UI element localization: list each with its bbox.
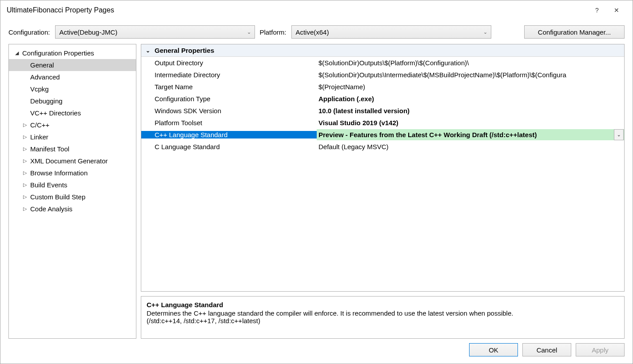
property-value[interactable]: 10.0 (latest installed version) — [317, 107, 624, 115]
dropdown-icon[interactable]: ⌄ — [614, 129, 624, 140]
grid-group-header[interactable]: ⌄ General Properties — [141, 44, 624, 57]
apply-button[interactable]: Apply — [576, 343, 625, 356]
tree-item[interactable]: ▷Browse Information — [9, 167, 136, 179]
property-name: Windows SDK Version — [141, 107, 317, 115]
platform-combo[interactable]: Active(x64) ⌄ — [291, 25, 491, 39]
property-name: C Language Standard — [141, 143, 317, 150]
tree-item[interactable]: ▷Debugging — [9, 95, 136, 107]
platform-label: Platform: — [259, 28, 286, 36]
tree-item-label: Manifest Tool — [28, 145, 69, 153]
description-line: Determines the C++ language standard the… — [147, 309, 619, 317]
tree-item-label: Vcpkg — [28, 85, 49, 93]
tree-item-label: Browse Information — [28, 169, 88, 177]
chevron-down-icon: ⌄ — [247, 29, 251, 35]
window-title: UltimateFibonacci Property Pages — [7, 6, 587, 14]
expand-icon[interactable]: ▷ — [21, 146, 28, 152]
tree-item-label: Linker — [28, 133, 48, 141]
tree-item[interactable]: ▷Build Events — [9, 179, 136, 191]
tree-item-label: General — [28, 61, 54, 69]
tree-item-label: Debugging — [28, 97, 63, 105]
description-line: (/std:c++14, /std:c++17, /std:c++latest) — [147, 317, 619, 324]
nav-tree[interactable]: ◢ Configuration Properties ▷General▷Adva… — [8, 44, 136, 339]
property-row[interactable]: Output Directory$(SolutionDir)Outputs\$(… — [141, 57, 624, 69]
description-panel: C++ Language Standard Determines the C++… — [141, 296, 625, 339]
tree-item[interactable]: ▷Advanced — [9, 71, 136, 83]
tree-item-label: Advanced — [28, 73, 60, 81]
tree-item[interactable]: ▷Custom Build Step — [9, 191, 136, 203]
configuration-label: Configuration: — [8, 28, 50, 36]
property-row[interactable]: C Language StandardDefault (Legacy MSVC) — [141, 141, 624, 153]
property-row[interactable]: Intermediate Directory$(SolutionDir)Outp… — [141, 69, 624, 81]
tree-item[interactable]: ▷Vcpkg — [9, 83, 136, 95]
tree-item-label: XML Document Generator — [28, 157, 108, 165]
property-row[interactable]: C++ Language StandardPreview - Features … — [141, 129, 624, 141]
help-icon[interactable]: ? — [587, 7, 607, 14]
property-value[interactable]: $(SolutionDir)Outputs\$(Platform)\$(Conf… — [317, 59, 624, 67]
tree-item[interactable]: ▷VC++ Directories — [9, 107, 136, 119]
configuration-value: Active(Debug-JMC) — [59, 28, 117, 36]
tree-item[interactable]: ▷XML Document Generator — [9, 155, 136, 167]
property-grid: ⌄ General Properties Output Directory$(S… — [141, 44, 625, 292]
property-name: Output Directory — [141, 59, 317, 67]
property-value[interactable]: Default (Legacy MSVC) — [317, 143, 624, 150]
expand-icon[interactable]: ▷ — [21, 122, 28, 128]
property-value[interactable]: Visual Studio 2019 (v142) — [317, 119, 624, 127]
tree-item[interactable]: ▷Linker — [9, 131, 136, 143]
ok-button[interactable]: OK — [469, 343, 518, 356]
expand-icon[interactable]: ▷ — [21, 158, 28, 164]
close-icon[interactable]: ✕ — [607, 7, 626, 14]
tree-item[interactable]: ▷Code Analysis — [9, 203, 136, 215]
config-toolbar: Configuration: Active(Debug-JMC) ⌄ Platf… — [0, 20, 633, 44]
tree-root[interactable]: ◢ Configuration Properties — [9, 47, 136, 59]
property-name: Platform Toolset — [141, 119, 317, 127]
chevron-down-icon: ⌄ — [483, 29, 487, 35]
property-name: Configuration Type — [141, 95, 317, 103]
titlebar: UltimateFibonacci Property Pages ? ✕ — [0, 0, 633, 20]
expand-icon[interactable]: ▷ — [21, 134, 28, 140]
tree-item[interactable]: ▷Manifest Tool — [9, 143, 136, 155]
property-name: Target Name — [141, 83, 317, 91]
property-row[interactable]: Platform ToolsetVisual Studio 2019 (v142… — [141, 117, 624, 129]
tree-item-label: C/C++ — [28, 121, 49, 129]
property-value[interactable]: Application (.exe) — [317, 95, 624, 103]
tree-item[interactable]: ▷General — [9, 59, 136, 71]
property-row[interactable]: Configuration TypeApplication (.exe) — [141, 93, 624, 105]
configuration-combo[interactable]: Active(Debug-JMC) ⌄ — [55, 25, 255, 39]
collapse-icon[interactable]: ◢ — [13, 50, 20, 56]
property-pages-dialog: UltimateFibonacci Property Pages ? ✕ Con… — [0, 0, 633, 364]
dialog-footer: OK Cancel Apply — [0, 343, 633, 364]
tree-item-label: VC++ Directories — [28, 109, 81, 117]
tree-item-label: Custom Build Step — [28, 193, 85, 201]
cancel-button[interactable]: Cancel — [522, 343, 571, 356]
tree-item[interactable]: ▷C/C++ — [9, 119, 136, 131]
expand-icon[interactable]: ▷ — [21, 182, 28, 188]
expand-icon[interactable]: ▷ — [21, 206, 28, 212]
configuration-manager-button[interactable]: Configuration Manager... — [524, 25, 625, 39]
expand-icon[interactable]: ▷ — [21, 194, 28, 200]
property-name: C++ Language Standard — [141, 131, 317, 138]
property-row[interactable]: Target Name$(ProjectName) — [141, 81, 624, 93]
tree-item-label: Code Analysis — [28, 205, 72, 213]
property-value[interactable]: $(SolutionDir)Outputs\Intermediate\$(MSB… — [317, 71, 624, 79]
chevron-down-icon: ⌄ — [141, 47, 155, 54]
property-value[interactable]: Preview - Features from the Latest C++ W… — [317, 129, 624, 140]
property-name: Intermediate Directory — [141, 71, 317, 79]
property-row[interactable]: Windows SDK Version10.0 (latest installe… — [141, 105, 624, 117]
platform-value: Active(x64) — [295, 28, 329, 36]
description-title: C++ Language Standard — [147, 301, 619, 309]
property-value[interactable]: $(ProjectName) — [317, 83, 624, 91]
tree-item-label: Build Events — [28, 181, 67, 189]
expand-icon[interactable]: ▷ — [21, 170, 28, 176]
